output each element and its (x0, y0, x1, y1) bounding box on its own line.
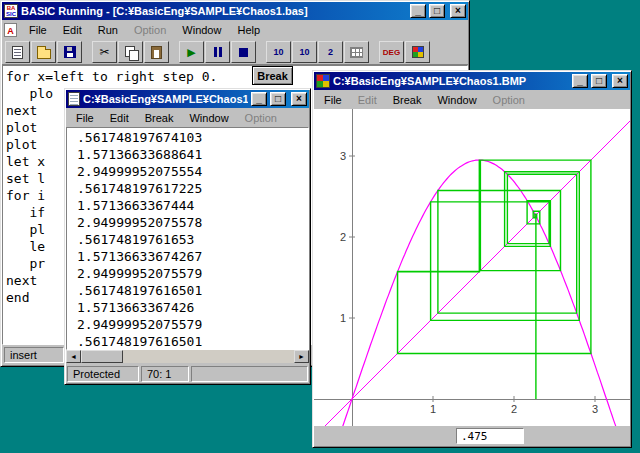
svg-text:3: 3 (592, 403, 598, 415)
binary-mode-button[interactable]: 2 (318, 41, 343, 63)
close-button[interactable]: × (612, 74, 628, 88)
output-line: 1.5713663367444 (77, 197, 306, 214)
cursor-position-indicator: 70: 1 (141, 366, 189, 382)
run-button[interactable]: ▶ (179, 41, 204, 63)
break-button[interactable]: Break (252, 66, 293, 85)
new-document-icon (12, 46, 23, 59)
menu-item[interactable]: Option (126, 22, 174, 38)
maximize-button[interactable]: □ (429, 4, 445, 18)
svg-text:2: 2 (340, 231, 346, 243)
menu-item[interactable]: Run (90, 22, 126, 38)
program-output[interactable]: .5617481976741031.571366336886412.949999… (66, 127, 309, 350)
minimize-button[interactable]: _ (251, 92, 267, 106)
digits1000-mode-icon: 10 (299, 47, 309, 57)
open-file-button[interactable] (31, 41, 56, 63)
text-titlebar[interactable]: C:¥BasicEng¥SAMPLE¥Chaos1.TXT _ □ × (66, 90, 309, 108)
menu-item[interactable]: Option (237, 110, 285, 126)
menu-item[interactable]: File (21, 22, 55, 38)
pause-icon (214, 47, 222, 57)
palette-icon (412, 46, 424, 58)
menu-item[interactable]: Help (229, 22, 268, 38)
menu-item[interactable]: Break (137, 110, 182, 126)
toolbar-separator (257, 41, 265, 63)
editor-document-icon: A (4, 23, 17, 37)
menu-item[interactable]: Edit (55, 22, 90, 38)
degree-mode-icon: DEG (383, 48, 400, 57)
save-floppy-icon (64, 46, 76, 58)
cut-button[interactable]: ✂ (92, 41, 117, 63)
copy-icon (125, 46, 137, 59)
insert-mode-indicator: insert (4, 347, 64, 363)
grid-icon (350, 47, 363, 58)
scroll-right-button[interactable]: ► (294, 350, 309, 363)
menu-item[interactable]: Break (385, 92, 430, 108)
open-folder-icon (37, 49, 51, 59)
desktop: BA SIC BASIC Running - [C:¥BasicEng¥SAMP… (0, 0, 640, 453)
maximize-button[interactable]: □ (270, 92, 286, 106)
palette-button[interactable] (405, 41, 430, 63)
decimal-mode-icon: 10 (273, 47, 283, 57)
output-line: 1.5713663367426 (77, 299, 306, 316)
text-statusbar: Protected 70: 1 (66, 363, 309, 383)
output-line: 2.94999952075554 (77, 163, 306, 180)
graphics-canvas-area: 123123 (314, 109, 630, 426)
pause-button[interactable] (205, 41, 230, 63)
output-line: .56174819761653 (77, 231, 306, 248)
menu-item[interactable]: Window (174, 22, 229, 38)
output-line: .561748197616501 (77, 282, 306, 299)
main-menubar: A FileEditRunOptionWindowHelp (2, 20, 468, 39)
menu-item[interactable]: File (316, 92, 350, 108)
text-menubar: FileEditBreakWindowOption (66, 108, 309, 127)
scrollbar-track[interactable] (123, 350, 294, 363)
menu-item[interactable]: File (68, 110, 102, 126)
basic-app-icon: BA SIC (4, 4, 18, 18)
main-titlebar[interactable]: BA SIC BASIC Running - [C:¥BasicEng¥SAMP… (2, 2, 468, 20)
scroll-left-button[interactable]: ◄ (66, 350, 81, 363)
output-line: 2.94999952075578 (77, 214, 306, 231)
text-file-icon (68, 92, 80, 106)
horizontal-scrollbar[interactable]: ◄ ► (66, 350, 309, 363)
output-line: .561748197617225 (77, 180, 306, 197)
status-filler (191, 366, 308, 382)
stop-button[interactable] (231, 41, 256, 63)
toolbar-separator (370, 41, 378, 63)
paste-button[interactable] (144, 41, 169, 63)
menu-item[interactable]: Window (181, 110, 236, 126)
toolbar-separator (83, 41, 91, 63)
graphics-window-title: C:¥BasicEng¥SAMPLE¥Chaos1.BMP (333, 75, 569, 87)
protected-indicator: Protected (67, 366, 139, 382)
close-button[interactable]: × (291, 92, 307, 106)
menu-item[interactable]: Edit (350, 92, 385, 108)
main-menu: FileEditRunOptionWindowHelp (21, 22, 268, 38)
digits1000-mode-button[interactable]: 10 (292, 41, 317, 63)
degree-mode-button[interactable]: DEG (379, 41, 404, 63)
run-play-icon: ▶ (187, 46, 195, 59)
toolbar-separator (170, 41, 178, 63)
display-grid-button[interactable] (344, 41, 369, 63)
main-toolbar: ✂ ▶ 10 10 2 DEG (2, 39, 468, 65)
maximize-button[interactable]: □ (591, 74, 607, 88)
close-button[interactable]: × (450, 4, 466, 18)
stop-icon (239, 48, 248, 57)
menu-item[interactable]: Option (485, 92, 533, 108)
graphics-titlebar[interactable]: C:¥BasicEng¥SAMPLE¥Chaos1.BMP _ □ × (314, 72, 630, 90)
graphics-bottombar: .475 (314, 426, 630, 446)
cobweb-plot: 123123 (314, 109, 630, 426)
graphics-menubar: FileEditBreakWindowOption (314, 90, 630, 109)
menu-item[interactable]: Window (429, 92, 484, 108)
new-file-button[interactable] (5, 41, 30, 63)
output-line: .561748197616501 (77, 333, 306, 350)
text-output-window: C:¥BasicEng¥SAMPLE¥Chaos1.TXT _ □ × File… (64, 88, 311, 385)
main-window-title: BASIC Running - [C:¥BasicEng¥SAMPLE¥Chao… (21, 5, 407, 17)
scrollbar-thumb[interactable] (81, 350, 123, 363)
copy-button[interactable] (118, 41, 143, 63)
minimize-button[interactable]: _ (410, 4, 426, 18)
svg-text:2: 2 (511, 403, 517, 415)
minimize-button[interactable]: _ (572, 74, 588, 88)
save-file-button[interactable] (57, 41, 82, 63)
text-menu: FileEditBreakWindowOption (68, 110, 285, 126)
menu-item[interactable]: Edit (102, 110, 137, 126)
output-line: .561748197674103 (77, 129, 306, 146)
decimal-mode-button[interactable]: 10 (266, 41, 291, 63)
bmp-file-icon (316, 74, 330, 88)
